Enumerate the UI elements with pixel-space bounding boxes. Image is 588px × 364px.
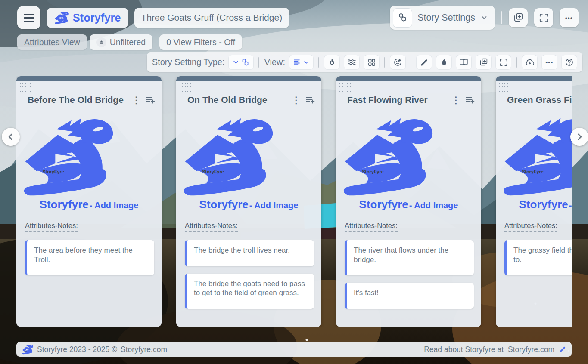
toolbar-divider [411, 57, 411, 68]
setting-type-label: Story Setting Type: [152, 57, 225, 67]
note[interactable]: The bridge the goats need to pass to get… [185, 274, 314, 309]
unfiltered-pill[interactable]: Unfiltered [90, 34, 152, 50]
placeholder-dragon-image [496, 116, 572, 197]
caption-brand: Storyfyre [519, 198, 568, 211]
unfiltered-label: Unfiltered [110, 37, 146, 47]
expand-button[interactable] [495, 55, 511, 70]
toolbar-divider [516, 57, 517, 68]
pencil-icon [420, 58, 429, 67]
droplet-tool-button[interactable] [436, 55, 452, 70]
copyright-text: Storyfyre 2023 - 2025 © [37, 345, 117, 354]
notes-list: The area before they meet the Troll. [25, 240, 154, 276]
add-note-icon[interactable] [465, 95, 475, 105]
card-menu-button[interactable]: ⋮ [129, 96, 143, 105]
caption-suffix: - Add Image [569, 201, 572, 210]
grid-icon [367, 58, 376, 67]
add-image-area[interactable]: Storyfyre- Add Image [16, 116, 162, 211]
drag-handle[interactable] [19, 83, 32, 93]
dragon-logo-icon [54, 11, 69, 24]
flame-tool-button[interactable] [324, 55, 340, 70]
caption-brand: Storyfyre [199, 198, 249, 211]
story-title[interactable]: Three Goats Gruff (Cross a Bridge) [134, 8, 289, 28]
grid-view-button[interactable] [364, 55, 380, 70]
scroll-left-button[interactable] [2, 128, 20, 146]
drag-handle[interactable] [179, 83, 192, 93]
more-options-button[interactable]: ••• [560, 8, 579, 27]
cloud-sync-button[interactable] [522, 55, 538, 70]
header-divider [501, 11, 502, 24]
maximize-icon [499, 58, 508, 67]
storyfyre-link[interactable]: Storyfyre.com [508, 345, 554, 354]
list-view-icon [293, 58, 301, 66]
card-toolbar: Story Setting Type: View: ••• [147, 52, 582, 72]
view-mode-select[interactable] [289, 55, 314, 70]
waves-icon [347, 58, 356, 67]
placeholder-dragon-image [16, 116, 118, 197]
setting-card: Before The Old Bridge ⋮ Storyfyre- Add I… [16, 76, 162, 327]
card-title: Green Grass Field [507, 95, 572, 105]
toolbar-divider [258, 57, 259, 68]
card-top-bar [176, 76, 321, 81]
ellipsis-icon: ••• [565, 15, 573, 21]
caption-suffix: - Add Image [409, 201, 458, 210]
card-top-bar [496, 76, 572, 81]
menu-button[interactable] [17, 6, 40, 29]
note[interactable]: The river that flows under the bridge. [345, 240, 474, 276]
menu-icon [24, 14, 34, 22]
card-top-bar [336, 76, 481, 81]
note[interactable]: The grassy field they want to get to. [504, 240, 572, 276]
view-label: View: [264, 57, 285, 67]
caption-suffix: - Add Image [90, 201, 139, 210]
filters-row: Attributes View Unfiltered 0 View Filter… [17, 34, 242, 50]
caption-brand: Storyfyre [359, 198, 408, 211]
help-button[interactable] [561, 55, 577, 70]
drag-handle[interactable] [498, 83, 511, 93]
chevron-down-icon [232, 59, 240, 66]
footer-bar: Storyfyre 2023 - 2025 © Storyfyre.com Re… [16, 342, 572, 357]
waves-tool-button[interactable] [344, 55, 360, 70]
card-title: Before The Old Bridge [28, 95, 129, 105]
maximize-icon [539, 13, 549, 23]
notes-list: The river that flows under the bridge. I… [345, 240, 474, 309]
site-text: Storyfyre.com [121, 345, 167, 354]
toolbar-divider [384, 57, 385, 68]
drag-handle[interactable] [339, 83, 352, 93]
cards-track: Before The Old Bridge ⋮ Storyfyre- Add I… [16, 76, 572, 327]
flame-icon [327, 58, 336, 67]
copy-plus-icon [513, 12, 523, 23]
help-icon [565, 58, 574, 67]
setting-card: On The Old Bridge ⋮ Storyfyre- Add Image… [176, 76, 321, 327]
chevron-left-icon [5, 131, 16, 142]
view-filters-pill[interactable]: 0 View Filters - Off [159, 34, 242, 50]
droplet-icon [440, 58, 448, 67]
card-menu-button[interactable]: ⋮ [289, 96, 303, 105]
duplicate-board-button[interactable] [509, 8, 528, 27]
read-mode-button[interactable] [456, 55, 472, 70]
note[interactable]: The area before they meet the Troll. [25, 240, 154, 276]
toolbar-more-button[interactable]: ••• [541, 55, 557, 70]
edit-button[interactable] [416, 55, 432, 70]
setting-type-select[interactable] [228, 55, 254, 70]
add-note-icon[interactable] [145, 95, 156, 105]
cloud-download-icon [525, 58, 535, 67]
add-image-area[interactable]: Storyfyre- Add Image [176, 116, 321, 211]
setting-card: Fast Flowing River ⋮ Storyfyre- Add Imag… [336, 76, 481, 327]
brand-logo[interactable]: Storyfyre [47, 8, 128, 28]
story-settings-label: Story Settings [417, 12, 475, 23]
fullscreen-button[interactable] [534, 8, 553, 27]
add-image-area[interactable]: Storyfyre- Add Image [496, 116, 572, 211]
note[interactable]: The bridge the troll lives near. [185, 240, 314, 266]
scroll-right-button[interactable] [570, 128, 588, 146]
add-note-icon[interactable] [305, 95, 315, 105]
card-menu-button[interactable]: ⋮ [449, 96, 463, 105]
hexagons-icon [393, 8, 412, 28]
add-image-area[interactable]: Storyfyre- Add Image [336, 116, 481, 211]
top-header: Storyfyre Three Goats Gruff (Cross a Bri… [17, 6, 579, 30]
story-settings-dropdown[interactable]: Story Settings [390, 6, 495, 30]
cards-viewport: Before The Old Bridge ⋮ Storyfyre- Add I… [16, 76, 572, 327]
attributes-view-pill[interactable]: Attributes View [17, 34, 87, 50]
duplicate-card-button[interactable] [476, 55, 492, 70]
note[interactable]: It's fast! [345, 283, 474, 309]
character-face-button[interactable] [390, 55, 406, 70]
edit-pencil-icon[interactable] [559, 345, 566, 353]
